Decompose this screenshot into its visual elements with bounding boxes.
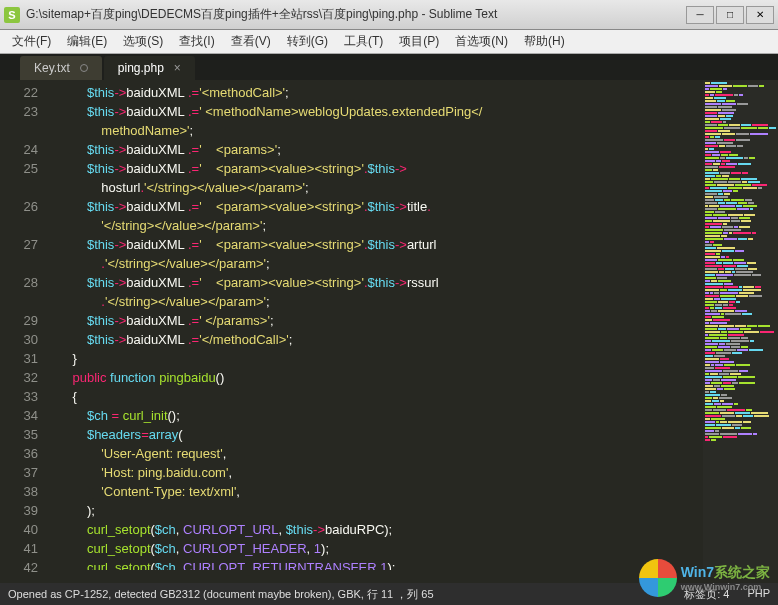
status-left: Opened as CP-1252, detected GB2312 (docu… xyxy=(8,587,684,602)
menu-item[interactable]: 项目(P) xyxy=(391,31,447,52)
tab-bar: Key.txtping.php× xyxy=(0,54,778,80)
menu-item[interactable]: 转到(G) xyxy=(279,31,336,52)
tab-close-icon[interactable]: × xyxy=(174,61,181,75)
maximize-button[interactable]: □ xyxy=(716,6,744,24)
menu-item[interactable]: 帮助(H) xyxy=(516,31,573,52)
window-titlebar: S G:\sitemap+百度ping\DEDECMS百度ping插件+全站rs… xyxy=(0,0,778,30)
watermark-url: www.Winwin7.com xyxy=(681,582,770,592)
line-gutter[interactable]: 2223242526272829303132333435363738394041… xyxy=(0,80,50,570)
menu-item[interactable]: 文件(F) xyxy=(4,31,59,52)
menu-item[interactable]: 首选项(N) xyxy=(447,31,516,52)
window-controls: ─ □ ✕ xyxy=(686,6,774,24)
app-icon: S xyxy=(4,7,20,23)
watermark-logo: Win7系统之家 www.Winwin7.com xyxy=(639,559,770,597)
windows-icon xyxy=(639,559,677,597)
editor-area: 2223242526272829303132333435363738394041… xyxy=(0,80,778,570)
watermark-text1: Win7 xyxy=(681,564,714,580)
menu-item[interactable]: 查看(V) xyxy=(223,31,279,52)
file-tab[interactable]: ping.php× xyxy=(104,56,195,80)
minimize-button[interactable]: ─ xyxy=(686,6,714,24)
minimap[interactable] xyxy=(703,80,778,570)
menu-bar: 文件(F)编辑(E)选项(S)查找(I)查看(V)转到(G)工具(T)项目(P)… xyxy=(0,30,778,54)
menu-item[interactable]: 查找(I) xyxy=(171,31,222,52)
window-title: G:\sitemap+百度ping\DEDECMS百度ping插件+全站rss\… xyxy=(26,6,686,23)
menu-item[interactable]: 选项(S) xyxy=(115,31,171,52)
close-button[interactable]: ✕ xyxy=(746,6,774,24)
code-content[interactable]: $this->baiduXML .='<methodCall>'; $this-… xyxy=(50,80,703,570)
watermark-text2: 系统之家 xyxy=(714,564,770,580)
dirty-indicator-icon[interactable] xyxy=(80,64,88,72)
tab-label: ping.php xyxy=(118,61,164,75)
file-tab[interactable]: Key.txt xyxy=(20,56,102,80)
menu-item[interactable]: 工具(T) xyxy=(336,31,391,52)
tab-label: Key.txt xyxy=(34,61,70,75)
menu-item[interactable]: 编辑(E) xyxy=(59,31,115,52)
